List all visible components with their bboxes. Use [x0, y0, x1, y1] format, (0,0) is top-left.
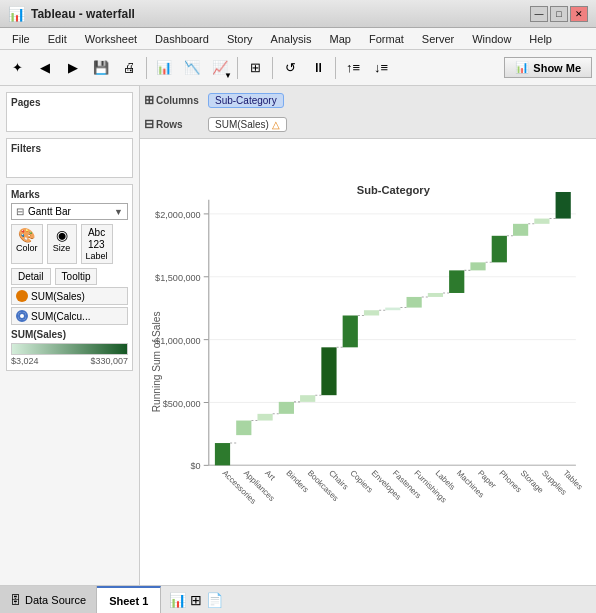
menu-analysis[interactable]: Analysis: [263, 31, 320, 47]
marks-section: Marks ⊟ Gantt Bar ▼ 🎨 Color ◉ Size Abc12…: [6, 184, 133, 371]
menu-server[interactable]: Server: [414, 31, 462, 47]
svg-text:$0: $0: [191, 461, 201, 471]
color-legend: SUM(Sales) $3,024 $330,007: [11, 329, 128, 366]
columns-pill[interactable]: Sub-Category: [208, 93, 284, 108]
toolbar-chart2[interactable]: 📉: [179, 55, 205, 81]
marks-type-selector[interactable]: ⊟ Gantt Bar ▼: [11, 203, 128, 220]
svg-text:Art: Art: [263, 469, 277, 483]
sum-sales-pill[interactable]: SUM(Sales): [11, 287, 128, 305]
menu-help[interactable]: Help: [521, 31, 560, 47]
svg-text:Binders: Binders: [284, 469, 310, 495]
sheet-label: Sheet 1: [109, 595, 148, 607]
toolbar-chart1[interactable]: 📊: [151, 55, 177, 81]
shelf-area: ⊞ Columns Sub-Category ⊟ Rows SUM(Sales)…: [140, 86, 596, 139]
rows-label: ⊟ Rows: [144, 117, 204, 131]
sum-calc-icon: [16, 310, 28, 322]
toolbar-table[interactable]: ⊞: [242, 55, 268, 81]
marks-size-button[interactable]: ◉ Size: [47, 224, 77, 264]
marks-type-icon: ⊟: [16, 206, 24, 217]
marks-label-button[interactable]: Abc123 Label: [81, 224, 113, 264]
bar-binders[interactable]: [279, 402, 294, 414]
marks-color-button[interactable]: 🎨 Color: [11, 224, 43, 264]
bar-fasteners[interactable]: [385, 308, 400, 311]
datasource-label: Data Source: [25, 594, 86, 606]
bar-machines[interactable]: [449, 270, 464, 293]
menu-map[interactable]: Map: [322, 31, 359, 47]
toolbar-save[interactable]: 💾: [88, 55, 114, 81]
titlebar-controls[interactable]: — □ ✕: [530, 6, 588, 22]
sum-calc-pill[interactable]: SUM(Calcu...: [11, 307, 128, 325]
marks-label: Marks: [11, 189, 128, 200]
sum-sales-icon: [16, 290, 28, 302]
bar-supplies[interactable]: [534, 219, 549, 224]
datasource-tab[interactable]: 🗄 Data Source: [0, 586, 97, 613]
color-bar: [11, 343, 128, 355]
menu-edit[interactable]: Edit: [40, 31, 75, 47]
svg-text:Phones: Phones: [497, 469, 523, 495]
toolbar: ✦ ◀ ▶ 💾 🖨 📊 📉 📈▼ ⊞ ↺ ⏸ ↑≡ ↓≡ 📊 Show Me: [0, 50, 596, 86]
color-icon: 🎨: [18, 227, 35, 243]
new-story-icon[interactable]: 📄: [206, 592, 223, 608]
new-dashboard-icon[interactable]: ⊞: [190, 592, 202, 608]
label-icon: Abc123: [88, 227, 105, 251]
toolbar-sort-desc[interactable]: ↓≡: [368, 55, 394, 81]
bar-envelopes[interactable]: [364, 310, 379, 315]
title-bar: 📊 Tableau - waterfall — □ ✕: [0, 0, 596, 28]
titlebar-left: 📊 Tableau - waterfall: [8, 6, 135, 22]
color-min: $3,024: [11, 356, 39, 366]
left-panel: Pages Filters Marks ⊟ Gantt Bar ▼ 🎨 Colo…: [0, 86, 140, 585]
show-me-button[interactable]: 📊 Show Me: [504, 57, 592, 78]
chart-canvas: $0 $500,000 $1,000,000 $1,500,000 $2,000…: [140, 139, 596, 585]
close-button[interactable]: ✕: [570, 6, 588, 22]
bar-accessories[interactable]: [215, 443, 230, 465]
show-me-icon: 📊: [515, 61, 529, 74]
marks-detail-row: Detail Tooltip: [11, 268, 128, 285]
toolbar-back[interactable]: ◀: [32, 55, 58, 81]
menu-worksheet[interactable]: Worksheet: [77, 31, 145, 47]
toolbar-forward[interactable]: ▶: [60, 55, 86, 81]
bar-paper[interactable]: [470, 262, 485, 270]
pages-label: Pages: [11, 97, 128, 108]
toolbar-sep1: [146, 57, 147, 79]
svg-text:$1,500,000: $1,500,000: [155, 273, 201, 283]
bar-labels[interactable]: [428, 293, 443, 297]
bar-copiers[interactable]: [343, 315, 358, 347]
marks-detail-button[interactable]: Detail: [11, 268, 51, 285]
bar-chairs[interactable]: [321, 347, 336, 395]
minimize-button[interactable]: —: [530, 6, 548, 22]
rows-text: Rows: [156, 119, 183, 130]
filters-label: Filters: [11, 143, 128, 154]
toolbar-pause[interactable]: ⏸: [305, 55, 331, 81]
menu-format[interactable]: Format: [361, 31, 412, 47]
rows-grid-icon: ⊟: [144, 117, 154, 131]
maximize-button[interactable]: □: [550, 6, 568, 22]
menu-dashboard[interactable]: Dashboard: [147, 31, 217, 47]
bar-tables[interactable]: [556, 192, 571, 219]
toolbar-chart3[interactable]: 📈▼: [207, 55, 233, 81]
marks-tooltip-button[interactable]: Tooltip: [55, 268, 98, 285]
columns-shelf: ⊞ Columns Sub-Category: [140, 88, 596, 112]
y-axis-label: Running Sum of Sales: [151, 312, 162, 413]
menu-window[interactable]: Window: [464, 31, 519, 47]
bar-furnishings[interactable]: [407, 297, 422, 308]
sum-calc-label: SUM(Calcu...: [31, 311, 90, 322]
menu-story[interactable]: Story: [219, 31, 261, 47]
menu-file[interactable]: File: [4, 31, 38, 47]
toolbar-new[interactable]: ✦: [4, 55, 30, 81]
delta-icon: △: [272, 119, 280, 130]
bar-appliances[interactable]: [236, 421, 251, 436]
rows-pill[interactable]: SUM(Sales) △: [208, 117, 287, 132]
tab-icons: 📊 ⊞ 📄: [169, 592, 223, 608]
bar-bookcases[interactable]: [300, 395, 315, 402]
bar-storage[interactable]: [513, 224, 528, 236]
bar-phones[interactable]: [492, 236, 507, 263]
rows-pill-text: SUM(Sales): [215, 119, 269, 130]
color-legend-title: SUM(Sales): [11, 329, 128, 340]
bar-art[interactable]: [257, 414, 272, 421]
marks-type-label: Gantt Bar: [28, 206, 110, 217]
toolbar-refresh[interactable]: ↺: [277, 55, 303, 81]
toolbar-sort-asc[interactable]: ↑≡: [340, 55, 366, 81]
toolbar-print[interactable]: 🖨: [116, 55, 142, 81]
new-sheet-icon[interactable]: 📊: [169, 592, 186, 608]
sheet-tab[interactable]: Sheet 1: [97, 586, 161, 613]
